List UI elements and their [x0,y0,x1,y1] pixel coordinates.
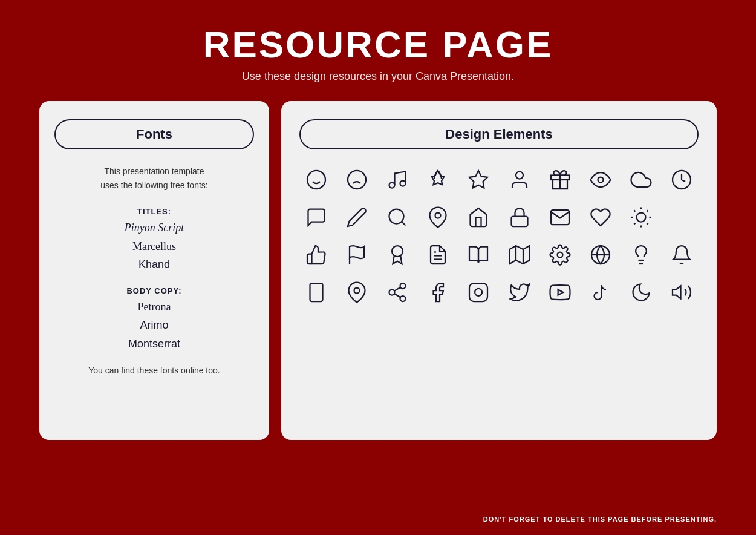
font-pinyon-script: Pinyon Script [54,218,254,237]
share-icon [380,277,414,307]
svg-point-0 [307,171,325,189]
sad-face-icon [340,165,373,195]
clock-icon [665,165,699,195]
fonts-footer: You can find these fonts online too. [54,366,254,375]
font-petrona: Petrona [54,298,254,317]
design-title-box: Design Elements [299,119,699,149]
svg-rect-47 [469,283,487,301]
fonts-section-title: Fonts [136,126,172,142]
svg-line-22 [647,223,648,225]
svg-point-12 [598,177,603,183]
font-marcellus: Marcellus [54,237,254,256]
svg-line-46 [394,287,400,291]
document-icon [422,240,455,270]
svg-point-9 [516,172,523,179]
svg-marker-8 [469,171,487,188]
design-section-title: Design Elements [445,126,552,142]
lock-icon [503,202,536,232]
page-subtitle: Use these design resources in your Canva… [0,70,756,83]
svg-point-28 [392,246,403,257]
facebook-icon [422,277,455,307]
youtube-icon [543,277,576,307]
rocket-icon [422,165,455,195]
sun-icon [625,202,658,232]
heart-icon [584,202,617,232]
font-montserrat: Montserrat [54,335,254,353]
svg-line-25 [634,223,636,225]
smiley-icon [299,165,333,195]
svg-rect-39 [310,283,322,301]
flag-icon [340,240,373,270]
search-icon [380,202,414,232]
fonts-panel: Fonts This presentation template uses th… [39,101,269,440]
svg-point-42 [400,283,405,289]
titles-label: TITLES: [54,207,254,216]
location-pin-icon [340,277,373,307]
moon-icon [625,277,658,307]
icons-grid [299,165,699,307]
page-title: RESOURCE PAGE [0,24,756,65]
empty-icon [665,202,699,232]
main-content: Fonts This presentation template uses th… [0,101,756,440]
font-khand: Khand [54,255,254,274]
globe-icon [584,240,617,270]
home-icon [462,202,495,232]
titles-fonts-list: Pinyon Script Marcellus Khand [54,218,254,274]
tiktok-icon [584,277,617,307]
svg-line-21 [634,211,636,212]
font-arimo: Arimo [54,316,254,335]
lightbulb-icon [625,240,658,270]
gift-icon [543,165,576,195]
settings-icon [543,240,576,270]
svg-point-6 [389,183,394,188]
svg-point-7 [400,181,405,186]
svg-line-15 [402,222,406,226]
svg-marker-49 [558,290,563,295]
svg-point-41 [354,288,359,294]
pencil-icon [340,202,373,232]
twitter-icon [503,277,536,307]
cloud-icon [625,165,658,195]
svg-point-44 [400,296,405,301]
svg-point-16 [435,213,441,218]
body-fonts-list: Petrona Arimo Montserrat [54,298,254,353]
svg-point-18 [637,213,646,222]
pin-icon [422,202,455,232]
svg-point-34 [557,252,562,258]
svg-rect-17 [511,217,527,227]
svg-marker-31 [509,246,529,264]
svg-point-14 [389,209,403,224]
bell-icon [665,240,699,270]
smartphone-icon [299,277,333,307]
chat-bubble-icon [299,202,333,232]
footer-note: DON'T FORGET TO DELETE THIS PAGE BEFORE … [483,516,717,523]
body-label: BODY COPY: [54,286,254,295]
fonts-description: This presentation template uses the foll… [54,165,254,192]
design-panel: Design Elements [281,101,717,440]
megaphone-icon [665,277,699,307]
svg-point-3 [348,171,366,189]
page-header: RESOURCE PAGE Use these design resources… [0,0,756,95]
award-icon [380,240,414,270]
map-icon [503,240,536,270]
svg-line-45 [394,294,400,297]
star-icon [462,165,495,195]
book-icon [462,240,495,270]
instagram-icon [462,277,495,307]
svg-point-43 [389,290,394,295]
eye-icon [584,165,617,195]
music-icon [380,165,414,195]
person-icon [503,165,536,195]
fonts-title-box: Fonts [54,119,254,149]
svg-line-26 [647,211,648,212]
thumbs-up-icon [299,240,333,270]
mail-icon [543,202,576,232]
